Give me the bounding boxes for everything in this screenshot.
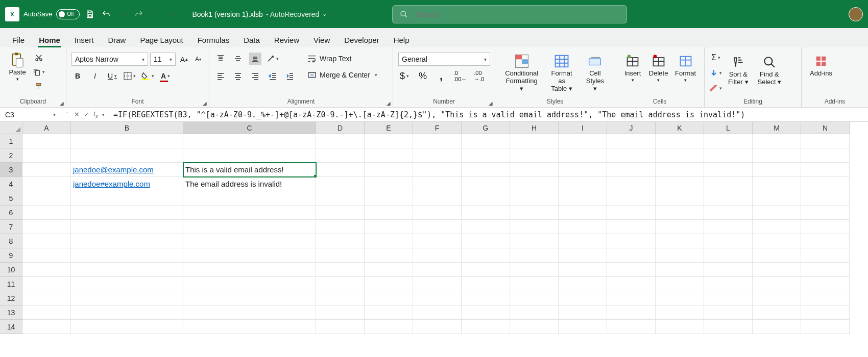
dialog-launcher-icon[interactable]: ◢ xyxy=(60,100,64,106)
cell-E9[interactable] xyxy=(365,248,413,263)
cell-K5[interactable] xyxy=(656,191,704,206)
save-icon[interactable] xyxy=(84,8,96,20)
decrease-font-button[interactable]: A▾ xyxy=(192,53,204,65)
cell-E8[interactable] xyxy=(365,234,413,248)
cell-H3[interactable] xyxy=(510,163,559,177)
bold-button[interactable]: B xyxy=(71,70,84,82)
cell-L11[interactable] xyxy=(704,277,753,291)
row-header-13[interactable]: 13 xyxy=(0,305,22,320)
cell-F5[interactable] xyxy=(413,191,462,206)
number-format-combo[interactable]: General▾ xyxy=(398,53,490,66)
cell-D1[interactable] xyxy=(316,134,365,148)
tab-data[interactable]: Data xyxy=(243,33,261,47)
chevron-down-icon[interactable]: ▾ xyxy=(102,112,105,117)
undo-icon[interactable] xyxy=(100,8,112,20)
row-header-1[interactable]: 1 xyxy=(0,134,22,148)
cell-D10[interactable] xyxy=(316,263,365,277)
dialog-launcher-icon[interactable]: ◢ xyxy=(203,100,207,106)
cell-F9[interactable] xyxy=(413,248,462,263)
cell-N9[interactable] xyxy=(801,248,850,263)
cell-I7[interactable] xyxy=(559,220,607,234)
insert-cells-button[interactable]: Insert▾ xyxy=(620,50,645,85)
tab-file[interactable]: File xyxy=(11,33,26,47)
cell-M8[interactable] xyxy=(753,234,801,248)
cell-F12[interactable] xyxy=(413,291,462,305)
cell-L14[interactable] xyxy=(704,320,753,334)
align-middle-button[interactable] xyxy=(232,53,244,65)
tab-view[interactable]: View xyxy=(312,33,331,47)
cell-M2[interactable] xyxy=(753,148,801,163)
cell-J4[interactable] xyxy=(607,177,656,191)
row-header-8[interactable]: 8 xyxy=(0,234,22,248)
cell-E7[interactable] xyxy=(365,220,413,234)
cell-B3[interactable]: janedoe@example.com xyxy=(71,163,183,177)
cell-B5[interactable] xyxy=(71,191,183,206)
conditional-formatting-button[interactable]: ConditionalFormatting ▾ xyxy=(500,50,543,95)
font-color-button[interactable]: A xyxy=(159,70,172,82)
cell-G5[interactable] xyxy=(462,191,510,206)
cell-A2[interactable] xyxy=(22,148,71,163)
cell-K4[interactable] xyxy=(656,177,704,191)
cell-G6[interactable] xyxy=(462,206,510,220)
cell-J8[interactable] xyxy=(607,234,656,248)
cell-C5[interactable] xyxy=(183,191,316,206)
column-header-A[interactable]: A xyxy=(22,122,71,134)
cell-M1[interactable] xyxy=(753,134,801,148)
row-header-9[interactable]: 9 xyxy=(0,248,22,263)
cell-M10[interactable] xyxy=(753,263,801,277)
cell-K1[interactable] xyxy=(656,134,704,148)
dialog-launcher-icon[interactable]: ◢ xyxy=(387,100,391,106)
cell-A7[interactable] xyxy=(22,220,71,234)
cell-G4[interactable] xyxy=(462,177,510,191)
align-top-button[interactable] xyxy=(214,53,227,65)
cell-J11[interactable] xyxy=(607,277,656,291)
tab-review[interactable]: Review xyxy=(273,33,300,47)
increase-decimal-button[interactable]: .0.00← xyxy=(453,70,467,82)
cell-N10[interactable] xyxy=(801,263,850,277)
cell-F8[interactable] xyxy=(413,234,462,248)
cell-A14[interactable] xyxy=(22,320,71,334)
percent-format-button[interactable]: % xyxy=(417,70,429,82)
cell-L12[interactable] xyxy=(704,291,753,305)
row-header-14[interactable]: 14 xyxy=(0,320,22,334)
cell-A6[interactable] xyxy=(22,206,71,220)
column-header-L[interactable]: L xyxy=(704,122,753,134)
row-header-7[interactable]: 7 xyxy=(0,220,22,234)
cell-J3[interactable] xyxy=(607,163,656,177)
cell-D11[interactable] xyxy=(316,277,365,291)
cell-B7[interactable] xyxy=(71,220,183,234)
sort-filter-button[interactable]: Sort &Filter ▾ xyxy=(725,52,752,88)
cell-J7[interactable] xyxy=(607,220,656,234)
cell-H8[interactable] xyxy=(510,234,559,248)
cell-N1[interactable] xyxy=(801,134,850,148)
column-header-J[interactable]: J xyxy=(607,122,656,134)
cell-K13[interactable] xyxy=(656,305,704,320)
column-header-D[interactable]: D xyxy=(316,122,365,134)
cell-A9[interactable] xyxy=(22,248,71,263)
cell-F11[interactable] xyxy=(413,277,462,291)
cell-I6[interactable] xyxy=(559,206,607,220)
cell-J6[interactable] xyxy=(607,206,656,220)
cell-K3[interactable] xyxy=(656,163,704,177)
cell-N3[interactable] xyxy=(801,163,850,177)
cell-E2[interactable] xyxy=(365,148,413,163)
cell-C3[interactable]: This is a valid email address! xyxy=(183,163,316,177)
cell-C8[interactable] xyxy=(183,234,316,248)
cell-F2[interactable] xyxy=(413,148,462,163)
tab-insert[interactable]: Insert xyxy=(74,33,95,47)
cell-J10[interactable] xyxy=(607,263,656,277)
cell-D14[interactable] xyxy=(316,320,365,334)
cell-C6[interactable] xyxy=(183,206,316,220)
cell-C12[interactable] xyxy=(183,291,316,305)
cell-M3[interactable] xyxy=(753,163,801,177)
cell-C4[interactable]: The email address is invalid! xyxy=(183,177,316,191)
align-left-button[interactable] xyxy=(214,70,227,82)
tab-developer[interactable]: Developer xyxy=(343,33,380,47)
cell-J1[interactable] xyxy=(607,134,656,148)
decrease-indent-button[interactable] xyxy=(267,70,279,82)
cell-I14[interactable] xyxy=(559,320,607,334)
cell-L8[interactable] xyxy=(704,234,753,248)
cell-H12[interactable] xyxy=(510,291,559,305)
cell-F6[interactable] xyxy=(413,206,462,220)
cell-M14[interactable] xyxy=(753,320,801,334)
